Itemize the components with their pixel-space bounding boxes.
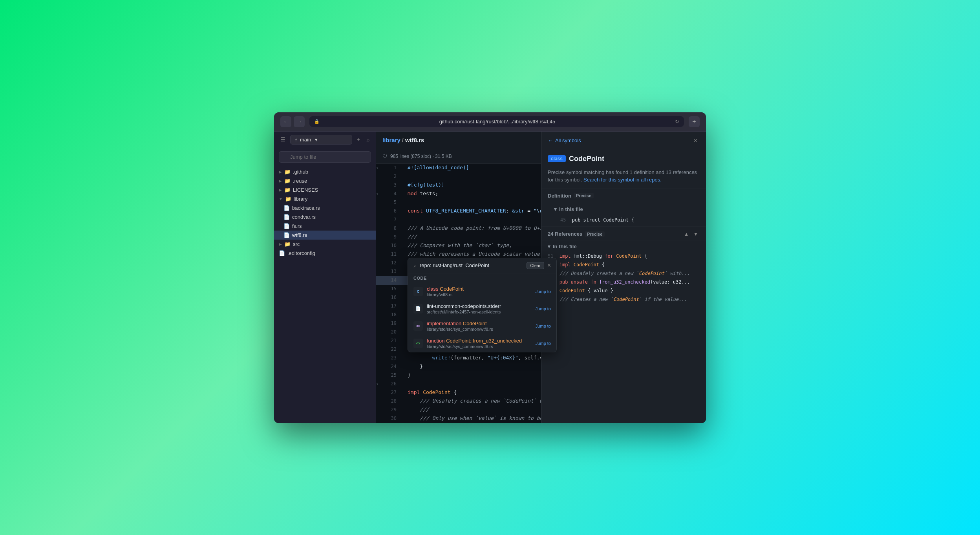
ref-item[interactable]: 59 /// Unsafely creates a new `CodePoint… <box>541 269 706 278</box>
result-info: implementation CodePoint library/std/src… <box>427 321 532 332</box>
fold-placeholder <box>376 293 382 295</box>
ref-code-snippet: impl CodePoint { <box>559 262 605 268</box>
jump-to-button[interactable]: Jump to <box>536 341 551 346</box>
ref-item[interactable]: 58 impl CodePoint { <box>541 260 706 269</box>
search-overlay-close-button[interactable]: × <box>547 262 551 269</box>
folder-icon: 📁 <box>284 169 291 175</box>
sidebar-toggle-button[interactable]: ☰ <box>279 135 287 144</box>
file-meta-info: 🛡 985 lines (875 sloc) · 31.5 KB <box>382 154 452 159</box>
jump-to-button[interactable]: Jump to <box>536 324 551 328</box>
ref-item[interactable]: 63 pub unsafe fn from_u32_unchecked(valu… <box>541 278 706 286</box>
search-icon: ⌕ <box>413 262 417 268</box>
tree-item-wtf8[interactable]: 📄 wtf8.rs <box>274 231 376 240</box>
git-branch-icon: ⑂ <box>294 137 298 143</box>
file-icon: 📄 <box>283 223 290 229</box>
jump-to-button[interactable]: Jump to <box>536 289 551 294</box>
tree-item-label: condvar.rs <box>292 214 316 220</box>
refs-collapse-button[interactable]: ▲ <box>682 231 690 238</box>
impl-icon: <> <box>416 324 421 328</box>
forward-button[interactable]: → <box>294 116 305 127</box>
shield-icon: 🛡 <box>382 154 387 159</box>
line-number: 20 <box>382 328 401 336</box>
line-number: 12 <box>382 259 401 267</box>
tree-item-src[interactable]: ▶ 📁 src <box>274 240 376 249</box>
result-path: library/std/src/sys_common/wtf8.rs <box>427 344 532 349</box>
symbol-panel-header: ← All symbols × <box>541 132 706 150</box>
ref-item[interactable]: 64 CodePoint { value } <box>541 286 706 295</box>
line-number: 24 <box>382 363 401 370</box>
search-files-button[interactable]: ⌕ <box>365 135 371 144</box>
refs-expand-button[interactable]: ▼ <box>692 231 700 238</box>
ref-code-snippet: CodePoint { value } <box>559 288 613 293</box>
definition-item[interactable]: 45 pub struct CodePoint { <box>554 215 641 225</box>
file-icon: 📄 <box>279 250 285 256</box>
folder-icon: 📁 <box>285 196 291 202</box>
fold-placeholder <box>376 172 382 174</box>
fold-placeholder <box>376 302 382 303</box>
fold-placeholder <box>376 414 382 416</box>
fold-button[interactable]: ▾ <box>376 164 382 171</box>
branch-selector[interactable]: ⑂ main ▾ <box>290 135 352 145</box>
back-button[interactable]: ← <box>280 116 291 127</box>
fold-placeholder <box>376 311 382 312</box>
symbol-panel-close-button[interactable]: × <box>691 136 700 145</box>
file-icon: 📄 <box>283 214 290 220</box>
tree-item-editorconfig[interactable]: 📄 .editorconfig <box>274 249 376 258</box>
breadcrumb-library[interactable]: library <box>382 137 400 143</box>
ref-code-snippet: impl fmt::Debug for CodePoint { <box>559 253 647 259</box>
search-result-item[interactable]: <> function CodePoint::from_u32_unchecke… <box>408 335 556 352</box>
folder-icon: 📁 <box>284 178 291 184</box>
line-number: 5 <box>382 198 401 206</box>
line-number: 25 <box>382 371 401 379</box>
fn-icon: <> <box>416 341 421 345</box>
address-bar[interactable]: 🔒 github.com/rust-lang/rust/blob/.../lib… <box>309 116 684 127</box>
search-result-item[interactable]: C class CodePoint library/wtf8.rs Jump t… <box>408 283 556 300</box>
back-label: All symbols <box>555 137 581 143</box>
tree-item-backtrace[interactable]: 📄 backtrace.rs <box>274 203 376 213</box>
file-result-icon: 📄 <box>415 306 421 311</box>
browser-chrome: ← → 🔒 github.com/rust-lang/rust/blob/...… <box>274 112 706 132</box>
tree-item-library[interactable]: ▼ 📁 library <box>274 194 376 203</box>
line-number: 23 <box>382 354 401 362</box>
symbol-search-link[interactable]: Search for this symbol in all repos. <box>583 177 662 183</box>
folder-icon: 📁 <box>284 187 291 193</box>
tree-item-label: src <box>293 241 300 247</box>
file-meta-text: 985 lines (875 sloc) · 31.5 KB <box>390 154 452 159</box>
clear-search-button[interactable]: Clear <box>527 262 544 269</box>
all-symbols-back-button[interactable]: ← All symbols <box>548 137 581 143</box>
definition-section-header: Definition Precise <box>541 189 706 201</box>
file-tree: ▶ 📁 .github ▶ 📁 .reuse ▶ 📁 LICENSES <box>274 166 376 259</box>
tree-item-reuse[interactable]: ▶ 📁 .reuse <box>274 176 376 185</box>
line-number: 11 <box>382 250 401 258</box>
fold-button[interactable]: ▾ <box>376 190 382 197</box>
search-result-item[interactable]: <> implementation CodePoint library/std/… <box>408 317 556 335</box>
line-number: 6 <box>382 207 401 215</box>
new-tab-button[interactable]: + <box>689 116 700 127</box>
line-number: 16 <box>382 293 401 301</box>
file-search-box <box>274 148 376 166</box>
tree-item-github[interactable]: ▶ 📁 .github <box>274 167 376 176</box>
result-name: lint-uncommon-codepoints.stderr <box>427 303 532 309</box>
fold-button[interactable]: ▾ <box>376 380 382 387</box>
tree-item-fs[interactable]: 📄 fs.rs <box>274 222 376 231</box>
fold-placeholder <box>376 328 382 329</box>
jump-to-file-input[interactable] <box>279 151 371 163</box>
line-number: 13 <box>382 268 401 275</box>
search-category-label: Code <box>408 273 556 283</box>
search-result-item[interactable]: 📄 lint-uncommon-codepoints.stderr src/te… <box>408 300 556 317</box>
class-icon: C <box>417 289 420 293</box>
ref-item[interactable]: 51 impl fmt::Debug for CodePoint { <box>541 252 706 260</box>
ref-item[interactable]: 67 /// Creates a new `CodePoint` if the … <box>541 295 706 304</box>
breadcrumb: library / wtf8.rs <box>382 137 424 143</box>
tree-item-licenses[interactable]: ▶ 📁 LICENSES <box>274 185 376 194</box>
jump-to-button[interactable]: Jump to <box>536 306 551 311</box>
result-keyword: class <box>427 286 439 292</box>
add-file-button[interactable]: + <box>355 135 362 144</box>
search-overlay-input[interactable] <box>420 262 523 268</box>
refs-title: 24 References Precise <box>548 231 605 237</box>
line-number: 4 <box>382 190 401 198</box>
tree-item-condvar[interactable]: 📄 condvar.rs <box>274 213 376 222</box>
in-this-file-label: In this file <box>559 206 583 212</box>
fold-placeholder <box>376 198 382 200</box>
definition-line-ref: 45 <box>560 217 566 223</box>
